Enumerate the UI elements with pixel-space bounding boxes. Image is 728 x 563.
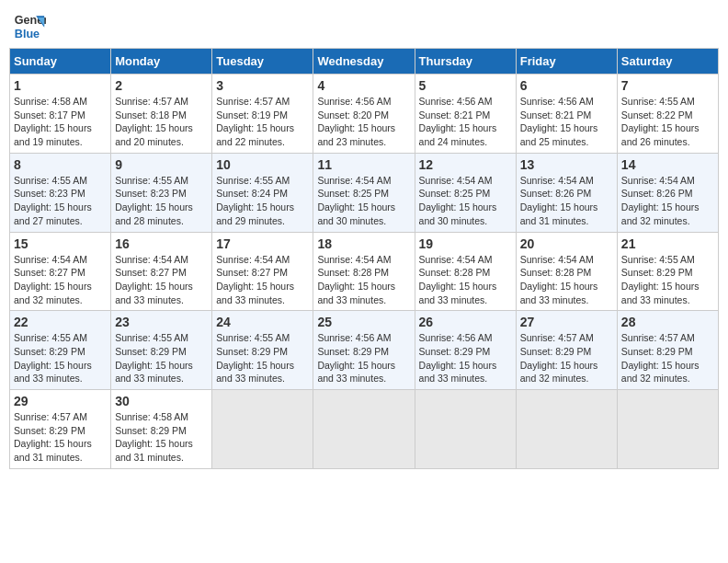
calendar-cell: 17 Sunrise: 4:54 AMSunset: 8:27 PMDaylig… (212, 232, 313, 311)
day-number: 19 (419, 236, 512, 251)
day-info: Sunrise: 4:56 AMSunset: 8:21 PMDaylight:… (520, 95, 613, 149)
day-number: 1 (14, 78, 107, 93)
week-row-3: 15 Sunrise: 4:54 AMSunset: 8:27 PMDaylig… (10, 232, 719, 311)
dow-header-wednesday: Wednesday (313, 49, 415, 75)
calendar-body: 1 Sunrise: 4:58 AMSunset: 8:17 PMDayligh… (10, 75, 719, 469)
day-number: 4 (317, 78, 410, 93)
day-info: Sunrise: 4:54 AMSunset: 8:26 PMDaylight:… (621, 174, 714, 228)
dow-header-sunday: Sunday (10, 49, 111, 75)
calendar-cell: 25 Sunrise: 4:56 AMSunset: 8:29 PMDaylig… (313, 311, 415, 390)
week-row-5: 29 Sunrise: 4:57 AMSunset: 8:29 PMDaylig… (10, 390, 719, 469)
calendar-cell (516, 390, 617, 469)
day-info: Sunrise: 4:55 AMSunset: 8:29 PMDaylight:… (115, 331, 208, 385)
day-number: 3 (216, 78, 309, 93)
day-number: 7 (621, 78, 714, 93)
day-info: Sunrise: 4:54 AMSunset: 8:28 PMDaylight:… (520, 253, 613, 307)
day-number: 10 (216, 157, 309, 172)
day-info: Sunrise: 4:57 AMSunset: 8:29 PMDaylight:… (621, 331, 714, 385)
calendar-cell: 16 Sunrise: 4:54 AMSunset: 8:27 PMDaylig… (111, 232, 212, 311)
day-info: Sunrise: 4:56 AMSunset: 8:29 PMDaylight:… (317, 331, 410, 385)
calendar-cell: 15 Sunrise: 4:54 AMSunset: 8:27 PMDaylig… (10, 232, 111, 311)
day-number: 13 (520, 157, 613, 172)
week-row-1: 1 Sunrise: 4:58 AMSunset: 8:17 PMDayligh… (10, 75, 719, 154)
calendar-cell: 18 Sunrise: 4:54 AMSunset: 8:28 PMDaylig… (313, 232, 415, 311)
day-number: 17 (216, 236, 309, 251)
day-number: 18 (317, 236, 410, 251)
calendar-cell: 29 Sunrise: 4:57 AMSunset: 8:29 PMDaylig… (10, 390, 111, 469)
day-number: 16 (115, 236, 208, 251)
calendar-cell (313, 390, 415, 469)
day-number: 14 (621, 157, 714, 172)
calendar-cell: 13 Sunrise: 4:54 AMSunset: 8:26 PMDaylig… (516, 153, 617, 232)
calendar-cell: 30 Sunrise: 4:58 AMSunset: 8:29 PMDaylig… (111, 390, 212, 469)
calendar-cell: 10 Sunrise: 4:55 AMSunset: 8:24 PMDaylig… (212, 153, 313, 232)
calendar-cell: 3 Sunrise: 4:57 AMSunset: 8:19 PMDayligh… (212, 75, 313, 154)
day-number: 12 (419, 157, 512, 172)
day-number: 24 (216, 315, 309, 329)
day-info: Sunrise: 4:54 AMSunset: 8:25 PMDaylight:… (317, 174, 410, 228)
calendar-cell: 24 Sunrise: 4:55 AMSunset: 8:29 PMDaylig… (212, 311, 313, 390)
days-of-week-row: SundayMondayTuesdayWednesdayThursdayFrid… (10, 49, 719, 75)
day-info: Sunrise: 4:56 AMSunset: 8:21 PMDaylight:… (419, 95, 512, 149)
day-info: Sunrise: 4:57 AMSunset: 8:29 PMDaylight:… (14, 410, 107, 465)
calendar-cell: 2 Sunrise: 4:57 AMSunset: 8:18 PMDayligh… (111, 75, 212, 154)
day-info: Sunrise: 4:56 AMSunset: 8:29 PMDaylight:… (419, 331, 512, 385)
calendar-cell: 23 Sunrise: 4:55 AMSunset: 8:29 PMDaylig… (111, 311, 212, 390)
calendar-cell: 4 Sunrise: 4:56 AMSunset: 8:20 PMDayligh… (313, 75, 415, 154)
day-info: Sunrise: 4:54 AMSunset: 8:28 PMDaylight:… (317, 253, 410, 307)
dow-header-thursday: Thursday (415, 49, 516, 75)
day-info: Sunrise: 4:57 AMSunset: 8:29 PMDaylight:… (520, 331, 613, 385)
day-number: 23 (115, 315, 208, 329)
day-info: Sunrise: 4:55 AMSunset: 8:23 PMDaylight:… (14, 174, 107, 228)
calendar-cell: 19 Sunrise: 4:54 AMSunset: 8:28 PMDaylig… (415, 232, 516, 311)
day-number: 29 (14, 394, 107, 408)
logo: General Blue (13, 9, 50, 42)
day-number: 25 (317, 315, 410, 329)
day-number: 5 (419, 78, 512, 93)
calendar-cell: 6 Sunrise: 4:56 AMSunset: 8:21 PMDayligh… (516, 75, 617, 154)
calendar-cell: 27 Sunrise: 4:57 AMSunset: 8:29 PMDaylig… (516, 311, 617, 390)
day-number: 11 (317, 157, 410, 172)
day-info: Sunrise: 4:55 AMSunset: 8:24 PMDaylight:… (216, 174, 309, 228)
calendar-cell (617, 390, 718, 469)
week-row-2: 8 Sunrise: 4:55 AMSunset: 8:23 PMDayligh… (10, 153, 719, 232)
day-number: 9 (115, 157, 208, 172)
calendar-cell: 12 Sunrise: 4:54 AMSunset: 8:25 PMDaylig… (415, 153, 516, 232)
logo-icon: General Blue (13, 9, 46, 42)
day-info: Sunrise: 4:55 AMSunset: 8:29 PMDaylight:… (14, 331, 107, 385)
day-number: 6 (520, 78, 613, 93)
calendar-cell: 5 Sunrise: 4:56 AMSunset: 8:21 PMDayligh… (415, 75, 516, 154)
week-row-4: 22 Sunrise: 4:55 AMSunset: 8:29 PMDaylig… (10, 311, 719, 390)
day-number: 26 (419, 315, 512, 329)
day-number: 22 (14, 315, 107, 329)
svg-text:Blue: Blue (15, 28, 40, 40)
day-info: Sunrise: 4:55 AMSunset: 8:23 PMDaylight:… (115, 174, 208, 228)
calendar-cell: 9 Sunrise: 4:55 AMSunset: 8:23 PMDayligh… (111, 153, 212, 232)
calendar-cell: 11 Sunrise: 4:54 AMSunset: 8:25 PMDaylig… (313, 153, 415, 232)
day-info: Sunrise: 4:54 AMSunset: 8:27 PMDaylight:… (115, 253, 208, 307)
calendar-cell: 28 Sunrise: 4:57 AMSunset: 8:29 PMDaylig… (617, 311, 718, 390)
day-number: 8 (14, 157, 107, 172)
day-info: Sunrise: 4:54 AMSunset: 8:26 PMDaylight:… (520, 174, 613, 228)
dow-header-friday: Friday (516, 49, 617, 75)
dow-header-tuesday: Tuesday (212, 49, 313, 75)
dow-header-monday: Monday (111, 49, 212, 75)
day-info: Sunrise: 4:57 AMSunset: 8:18 PMDaylight:… (115, 95, 208, 149)
day-info: Sunrise: 4:54 AMSunset: 8:25 PMDaylight:… (419, 174, 512, 228)
day-info: Sunrise: 4:58 AMSunset: 8:17 PMDaylight:… (14, 95, 107, 149)
day-info: Sunrise: 4:54 AMSunset: 8:27 PMDaylight:… (14, 253, 107, 307)
calendar-cell: 14 Sunrise: 4:54 AMSunset: 8:26 PMDaylig… (617, 153, 718, 232)
day-info: Sunrise: 4:57 AMSunset: 8:19 PMDaylight:… (216, 95, 309, 149)
day-info: Sunrise: 4:55 AMSunset: 8:22 PMDaylight:… (621, 95, 714, 149)
day-number: 30 (115, 394, 208, 408)
calendar-cell: 8 Sunrise: 4:55 AMSunset: 8:23 PMDayligh… (10, 153, 111, 232)
calendar-cell (415, 390, 516, 469)
day-number: 20 (520, 236, 613, 251)
calendar-cell: 7 Sunrise: 4:55 AMSunset: 8:22 PMDayligh… (617, 75, 718, 154)
calendar-cell: 21 Sunrise: 4:55 AMSunset: 8:29 PMDaylig… (617, 232, 718, 311)
day-number: 15 (14, 236, 107, 251)
calendar-cell: 20 Sunrise: 4:54 AMSunset: 8:28 PMDaylig… (516, 232, 617, 311)
day-info: Sunrise: 4:56 AMSunset: 8:20 PMDaylight:… (317, 95, 410, 149)
day-number: 28 (621, 315, 714, 329)
calendar-cell: 22 Sunrise: 4:55 AMSunset: 8:29 PMDaylig… (10, 311, 111, 390)
